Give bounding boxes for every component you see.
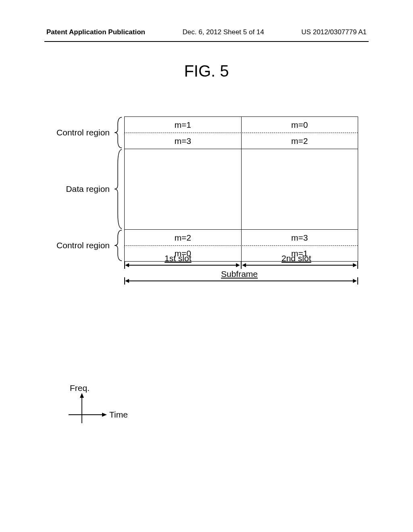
brace-icon: [113, 229, 124, 262]
header-publication: Patent Application Publication: [46, 28, 145, 36]
axis-indicator: Freq. Time: [67, 385, 127, 425]
figure-title: FIG. 5: [0, 62, 413, 80]
subframe-label: Subframe: [221, 269, 258, 279]
subframe-diagram: Control region Data region Control regio…: [52, 116, 363, 294]
control-region-top-label: Control region: [52, 116, 113, 149]
arrowhead-icon: [236, 263, 240, 267]
time-axis-label: Time: [109, 410, 128, 420]
cell-m2: m=2: [242, 133, 358, 149]
first-slot-label: 1st slot: [165, 254, 192, 263]
second-slot-label: 2nd slot: [282, 254, 311, 263]
subframe-dimension-arrow: Subframe: [124, 280, 358, 294]
arrowhead-icon: [353, 263, 357, 267]
freq-axis-label: Freq.: [70, 383, 90, 393]
arrowhead-icon: [353, 279, 357, 283]
page-header: Patent Application Publication Dec. 6, 2…: [0, 0, 413, 41]
cell-m3: m=3: [242, 230, 358, 245]
svg-marker-1: [80, 393, 84, 398]
control-row-bot-2: m=0 m=1: [124, 245, 358, 262]
cell-m1: m=1: [125, 117, 242, 133]
region-labels: Control region Data region Control regio…: [52, 116, 113, 294]
data-region-label: Data region: [52, 149, 113, 229]
brace-icon: [113, 116, 124, 149]
control-row-top-1: m=1 m=0: [124, 116, 358, 133]
control-row-bot-1: m=2 m=3: [124, 229, 358, 245]
header-sheet: Dec. 6, 2012 Sheet 5 of 14: [183, 28, 264, 36]
cell-m3: m=3: [125, 133, 242, 149]
header-rule: [44, 41, 369, 42]
svg-marker-3: [102, 413, 107, 417]
cell-m0: m=0: [242, 117, 358, 133]
brace-icon: [113, 149, 124, 229]
grid: m=1 m=0 m=3 m=2 m=2 m=3 m=0 m=1 1st slot…: [124, 116, 358, 294]
brace-column: [113, 116, 124, 294]
control-row-top-2: m=3 m=2: [124, 133, 358, 149]
header-docnumber: US 2012/0307779 A1: [301, 28, 367, 36]
cell-m2: m=2: [125, 230, 242, 245]
control-region-bottom-label: Control region: [52, 229, 113, 262]
slot-divider: [241, 149, 242, 229]
data-region-box: [124, 149, 358, 229]
